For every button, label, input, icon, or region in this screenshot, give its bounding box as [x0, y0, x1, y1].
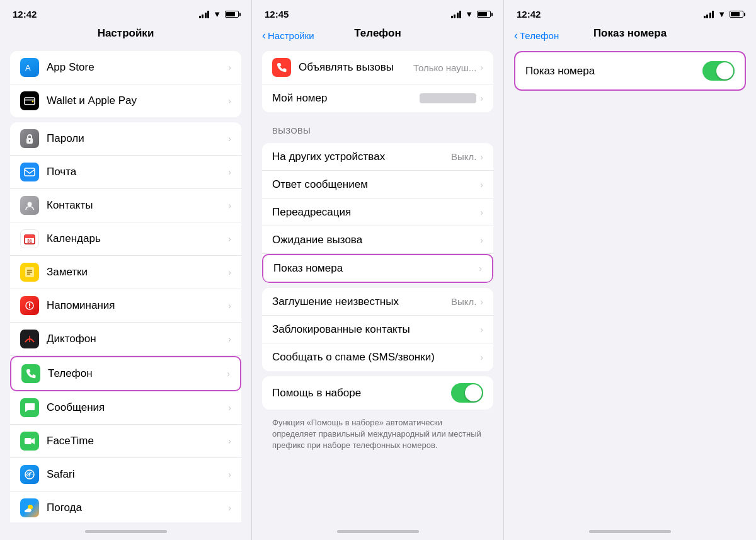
settings-item-other-devices[interactable]: На других устройствах Выкл. ›: [262, 143, 493, 171]
back-label-phone: Настройки: [268, 30, 314, 41]
settings-label-appstore: App Store: [47, 61, 228, 74]
facetime-icon: [20, 432, 39, 451]
svg-rect-6: [25, 168, 35, 176]
dial-assist-toggle[interactable]: [451, 383, 483, 403]
passwords-icon: [20, 129, 39, 148]
svg-point-17: [29, 307, 30, 308]
label-call-waiting: Ожидание вызова: [272, 234, 480, 246]
chevron-phone: ›: [227, 369, 230, 379]
safari-icon: [20, 465, 39, 484]
settings-item-contacts[interactable]: Контакты ›: [10, 189, 241, 222]
settings-item-wallet[interactable]: Wallet и Apple Pay ›: [10, 84, 241, 117]
settings-label-safari: Safari: [47, 468, 228, 481]
svg-point-3: [32, 101, 34, 103]
messages-icon: [20, 398, 39, 417]
chevron-calendar: ›: [228, 234, 231, 244]
toggle-knob: [465, 384, 482, 401]
status-icons-2: ▼: [451, 9, 491, 19]
nav-header-phone: ‹ Настройки Телефон: [252, 25, 503, 46]
home-indicator-1: [0, 522, 251, 540]
status-icons-3: ▼: [704, 9, 743, 19]
back-button-show-number[interactable]: ‹ Телефон: [514, 30, 559, 41]
status-bar-3: 12:42 ▼: [504, 0, 756, 25]
settings-item-facetime[interactable]: FaceTime ›: [10, 425, 241, 458]
svg-rect-2: [25, 99, 35, 101]
back-chevron-phone: ‹: [262, 30, 266, 41]
settings-item-passwords[interactable]: Пароли ›: [10, 122, 241, 156]
label-spam-report: Сообщать о спаме (SMS/звонки): [272, 351, 480, 364]
settings-item-mail[interactable]: Почта ›: [10, 156, 241, 189]
settings-list-1: A App Store › Wallet и Apple Pay › Парол…: [0, 46, 251, 522]
status-icons-1: ▼: [199, 9, 239, 19]
label-blocked-contacts: Заблокированные контакты: [272, 323, 480, 336]
label-dial-assist: Помощь в наборе: [272, 387, 451, 399]
wifi-icon-1: ▼: [213, 9, 221, 19]
settings-label-announce: Объявлять вызовы: [299, 61, 413, 74]
settings-item-show-number[interactable]: Показ номера ›: [262, 254, 493, 283]
settings-item-notes[interactable]: Заметки ›: [10, 256, 241, 289]
wallet-icon: [20, 91, 39, 110]
svg-rect-19: [25, 438, 32, 444]
settings-label-wallet: Wallet и Apple Pay: [47, 95, 228, 107]
svg-point-5: [29, 140, 30, 141]
chevron-contacts: ›: [228, 200, 231, 210]
settings-label-my-number: Мой номер: [272, 92, 420, 105]
panel-show-number: 12:42 ▼ ‹ Телефон Показ номера Показ ном…: [504, 0, 756, 540]
settings-item-dial-assist[interactable]: Помощь в наборе: [262, 376, 493, 410]
chevron-notes: ›: [228, 267, 231, 277]
dial-assist-group: Помощь в наборе: [262, 376, 493, 410]
label-other-devices: На других устройствах: [272, 151, 451, 163]
label-silence-unknown: Заглушение неизвестных: [272, 296, 451, 308]
signal-icon-3: [704, 11, 714, 18]
back-chevron-show-number: ‹: [514, 30, 518, 41]
chevron-weather: ›: [228, 503, 231, 513]
chevron-voice-memo: ›: [228, 334, 231, 344]
chevron-show-number: ›: [479, 263, 482, 273]
settings-item-my-number[interactable]: Мой номер ›: [262, 84, 493, 112]
dial-assist-note: Функция «Помощь в наборе» автоматически …: [252, 415, 503, 457]
wifi-icon-3: ▼: [718, 9, 726, 19]
settings-label-voice-memo: Диктофон: [47, 333, 228, 345]
settings-item-weather[interactable]: Погода ›: [10, 491, 241, 522]
settings-item-messages[interactable]: Сообщения ›: [10, 391, 241, 425]
settings-item-blocked-contacts[interactable]: Заблокированные контакты ›: [262, 316, 493, 343]
settings-item-voice-memo[interactable]: Диктофон ›: [10, 323, 241, 356]
settings-item-silence-unknown[interactable]: Заглушение неизвестных Выкл. ›: [262, 288, 493, 316]
settings-item-safari[interactable]: Safari ›: [10, 458, 241, 491]
status-time-2: 12:45: [265, 9, 289, 20]
show-number-toggle[interactable]: [702, 61, 735, 81]
appstore-icon: A: [20, 58, 39, 77]
settings-label-notes: Заметки: [47, 266, 228, 279]
chevron-appstore: ›: [228, 62, 231, 72]
settings-item-announce[interactable]: Объявлять вызовы Только науш... ›: [262, 51, 493, 84]
settings-item-appstore[interactable]: A App Store ›: [10, 51, 241, 84]
status-bar-2: 12:45 ▼: [252, 0, 503, 25]
chevron-announce: ›: [480, 62, 483, 72]
chevron-wallet: ›: [228, 96, 231, 106]
chevron-call-waiting: ›: [480, 235, 483, 245]
settings-item-spam-report[interactable]: Сообщать о спаме (SMS/звонки) ›: [262, 343, 493, 371]
status-time-3: 12:42: [517, 9, 541, 20]
back-button-phone[interactable]: ‹ Настройки: [262, 30, 314, 41]
settings-item-phone[interactable]: Телефон ›: [10, 356, 241, 391]
chevron-reply-message: ›: [480, 180, 483, 190]
notes-icon: [20, 263, 39, 282]
nav-title-phone: Телефон: [354, 27, 401, 39]
settings-label-passwords: Пароли: [47, 132, 228, 145]
settings-item-reminders[interactable]: Напоминания ›: [10, 289, 241, 323]
my-number-value: [420, 93, 476, 103]
settings-item-forwarding[interactable]: Переадресация ›: [262, 198, 493, 226]
svg-rect-9: [25, 235, 35, 238]
bottom-group: Заглушение неизвестных Выкл. › Заблокиро…: [262, 288, 493, 371]
show-number-setting: Показ номера: [514, 51, 746, 91]
announce-calls-group: Объявлять вызовы Только науш... › Мой но…: [262, 51, 493, 112]
chevron-facetime: ›: [228, 436, 231, 446]
settings-item-reply-message[interactable]: Ответ сообщением ›: [262, 171, 493, 198]
battery-icon-1: [225, 11, 239, 18]
show-number-setting-label: Показ номера: [525, 65, 595, 78]
announce-icon: [272, 58, 291, 77]
settings-item-call-waiting[interactable]: Ожидание вызова ›: [262, 226, 493, 254]
chevron-spam-report: ›: [480, 352, 483, 362]
settings-item-calendar[interactable]: 31 Календарь ›: [10, 222, 241, 256]
panel-phone: 12:45 ▼ ‹ Настройки Телефон: [252, 0, 504, 540]
